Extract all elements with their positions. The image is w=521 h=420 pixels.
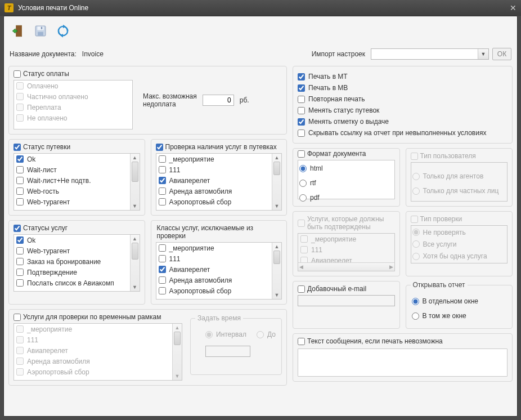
list-item-checkbox[interactable] <box>159 198 166 205</box>
must-confirm-group: Услуги, которые должны быть подтверждены… <box>293 211 400 276</box>
list-item[interactable]: Ok <box>14 154 130 164</box>
list-item[interactable]: Аренда автомобиля <box>156 186 272 196</box>
list-item[interactable]: Аэропортовый сбор <box>156 285 272 296</box>
list-item-checkbox[interactable] <box>16 177 24 184</box>
list-item[interactable]: Авиаперелет <box>156 175 272 186</box>
list-item-checkbox[interactable] <box>16 187 24 195</box>
service-check-list[interactable]: _мероприятие111АвиаперелетАренда автомоб… <box>156 153 282 211</box>
list-item-checkbox[interactable] <box>16 279 24 287</box>
list-item-checkbox[interactable] <box>16 198 24 205</box>
flag-row[interactable]: Менять отметку о выдаче <box>298 116 507 127</box>
scrollbar[interactable]: ▲ ▼ <box>130 235 140 291</box>
list-item[interactable]: Послать список в Авиакомп <box>14 278 130 288</box>
radio-option: Только для агентов <box>412 171 506 182</box>
service-check-title: Проверка наличия услуг в путевках <box>165 143 277 151</box>
list-item: Не оплачено <box>14 113 132 123</box>
flag-row[interactable]: Повторная печать <box>298 93 507 105</box>
radio[interactable] <box>299 180 307 187</box>
list-item-checkbox[interactable] <box>16 166 24 173</box>
flag-checkbox[interactable] <box>298 84 305 92</box>
scrollbar[interactable]: ▲ ▼ <box>272 154 281 210</box>
import-settings-combo[interactable]: ▼ <box>371 48 489 60</box>
radio-option[interactable]: pdf <box>299 192 393 203</box>
list-item[interactable]: Авиаперелет <box>156 264 272 275</box>
dialog-window: T Условия печати Online ✕ <box>0 0 521 420</box>
list-item-checkbox[interactable] <box>159 155 166 163</box>
list-item[interactable]: Аэропортовый сбор <box>156 196 272 207</box>
max-underpay-label-1: Макс. возможная <box>143 92 197 100</box>
list-item-checkbox[interactable] <box>159 177 166 184</box>
payment-status-toggle[interactable] <box>14 70 21 78</box>
radio-option[interactable]: rtf <box>299 177 393 189</box>
list-item[interactable]: Заказ на бронирование <box>14 256 130 267</box>
list-item[interactable]: _мероприятие <box>156 154 272 164</box>
exit-button[interactable] <box>10 23 26 39</box>
close-icon[interactable]: ✕ <box>510 3 516 12</box>
flag-row[interactable]: Печать в МВ <box>298 82 507 93</box>
scrollbar[interactable]: ▲ ▼ <box>130 154 140 210</box>
radio <box>412 229 420 236</box>
list-item[interactable]: Wait-лист <box>14 164 130 175</box>
list-item-checkbox[interactable] <box>16 155 24 163</box>
list-item-checkbox[interactable] <box>159 166 166 173</box>
scrollbar[interactable]: ▲ ▼ <box>172 324 182 380</box>
svg-rect-4 <box>37 26 43 30</box>
message-toggle[interactable] <box>298 338 305 345</box>
hscrollbar[interactable]: ◀▶ <box>298 262 394 271</box>
flag-checkbox[interactable] <box>298 129 305 137</box>
list-item-checkbox[interactable] <box>16 236 24 244</box>
extra-email-toggle[interactable] <box>298 285 305 293</box>
list-item[interactable]: Wait-лист+Не подтв. <box>14 175 130 186</box>
list-item-checkbox[interactable] <box>16 269 24 276</box>
flag-checkbox[interactable] <box>298 73 305 81</box>
list-item-checkbox[interactable] <box>159 266 166 273</box>
list-item-checkbox[interactable] <box>159 187 166 195</box>
radio[interactable] <box>412 312 419 320</box>
list-item-checkbox[interactable] <box>159 244 166 252</box>
scrollbar[interactable]: ▲ ▼ <box>272 243 281 299</box>
list-item-checkbox[interactable] <box>159 287 166 294</box>
list-item[interactable]: 111 <box>156 253 272 264</box>
list-item-checkbox[interactable] <box>16 258 24 265</box>
message-textarea[interactable] <box>298 348 507 377</box>
flag-checkbox[interactable] <box>298 107 305 114</box>
radio[interactable] <box>299 194 307 202</box>
radio-option[interactable]: html <box>299 163 393 174</box>
flag-row[interactable]: Менять статус путевок <box>298 105 507 116</box>
service-classes-list[interactable]: _мероприятие111АвиаперелетАренда автомоб… <box>156 242 282 300</box>
ok-button[interactable]: ОК <box>492 48 511 60</box>
save-button[interactable] <box>32 23 49 39</box>
list-item-checkbox[interactable] <box>159 276 166 284</box>
document-format-toggle[interactable] <box>298 150 305 158</box>
list-item[interactable]: 111 <box>156 164 272 175</box>
flag-checkbox[interactable] <box>298 118 305 126</box>
list-item[interactable]: _мероприятие <box>156 243 272 253</box>
flag-row[interactable]: Печать в МТ <box>298 71 507 82</box>
list-item[interactable]: Web-турагент <box>14 196 130 207</box>
list-item-checkbox[interactable] <box>16 247 24 254</box>
service-check-toggle[interactable] <box>156 144 163 151</box>
refresh-button[interactable] <box>55 23 71 39</box>
list-item[interactable]: Аренда автомобиля <box>156 275 272 285</box>
radio <box>412 240 420 248</box>
open-report-fieldset: Открывать отчет В отдельном окне В том ж… <box>406 281 513 329</box>
radio-option[interactable]: В том же окне <box>412 310 507 321</box>
list-item[interactable]: Web-гость <box>14 186 130 196</box>
list-item[interactable]: Web-турагент <box>14 245 130 256</box>
max-underpay-input[interactable] <box>203 95 234 106</box>
list-item[interactable]: Подтверждение <box>14 267 130 278</box>
voucher-status-list[interactable]: OkWait-листWait-лист+Не подтв.Web-гостьW… <box>14 153 140 211</box>
service-statuses-toggle[interactable] <box>14 225 21 232</box>
service-classes-group: Классы услуг, исключаемые из проверки _м… <box>151 220 288 305</box>
list-item-checkbox[interactable] <box>159 255 166 262</box>
flag-checkbox[interactable] <box>298 96 305 103</box>
radio[interactable] <box>412 298 419 305</box>
time-services-toggle[interactable] <box>14 314 21 321</box>
radio-option[interactable]: В отдельном окне <box>412 296 507 307</box>
service-statuses-group: Статусы услуг OkWeb-турагентЗаказ на бро… <box>8 220 145 305</box>
list-item[interactable]: Ok <box>14 235 130 245</box>
flag-row[interactable]: Скрывать ссылку на отчет при невыполненн… <box>298 127 507 138</box>
voucher-status-toggle[interactable] <box>14 144 21 151</box>
radio[interactable] <box>299 165 307 172</box>
service-statuses-list[interactable]: OkWeb-турагентЗаказ на бронированиеПодтв… <box>14 234 140 292</box>
